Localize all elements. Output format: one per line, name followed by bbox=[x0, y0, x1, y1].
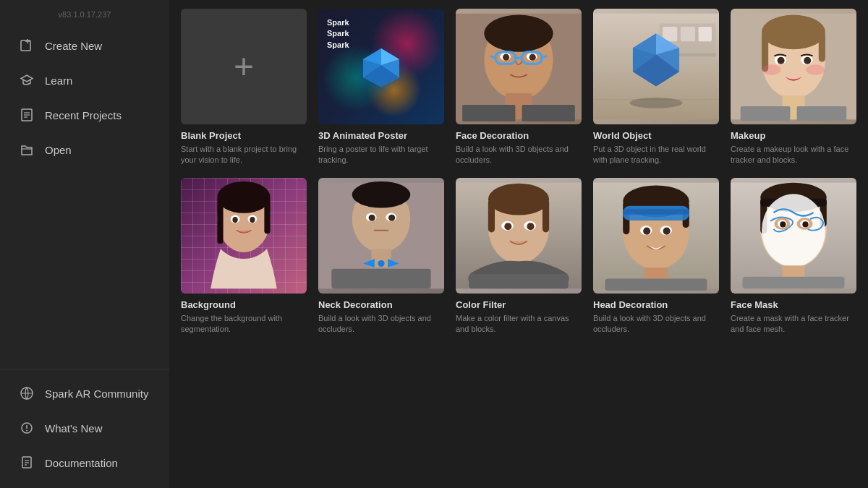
card-neck-deco-desc: Build a look with 3D objects and occlude… bbox=[318, 313, 444, 335]
neck-svg bbox=[318, 178, 444, 294]
card-neck-decoration[interactable]: Neck Decoration Build a look with 3D obj… bbox=[318, 178, 444, 335]
card-face-deco-desc: Build a look with 3D objects and occlude… bbox=[456, 144, 582, 166]
card-blank-project[interactable]: + Blank Project Start with a blank proje… bbox=[181, 9, 307, 166]
card-3d-animated-poster[interactable]: SparkSparkSpark 3D Animated Poster Bring… bbox=[318, 9, 444, 166]
sidebar: v83.1.0.17.237 Create New Learn bbox=[0, 0, 169, 488]
svg-rect-66 bbox=[217, 197, 223, 244]
sidebar-item-community[interactable]: Spark AR Community bbox=[4, 377, 165, 410]
card-world-object[interactable]: World Object Put a 3D object in the real… bbox=[593, 9, 719, 166]
card-blank-project-title: Blank Project bbox=[181, 130, 307, 141]
svg-point-81 bbox=[378, 260, 384, 267]
svg-point-85 bbox=[488, 183, 549, 215]
sidebar-item-documentation[interactable]: Documentation bbox=[4, 446, 165, 479]
sidebar-item-create-new[interactable]: Create New bbox=[4, 29, 165, 62]
svg-point-26 bbox=[503, 54, 509, 61]
svg-point-74 bbox=[352, 181, 411, 208]
card-makeup-title: Makeup bbox=[731, 130, 856, 141]
main-content: + Blank Project Start with a blank proje… bbox=[169, 0, 868, 488]
card-face-mask-image bbox=[731, 178, 856, 294]
svg-rect-63 bbox=[797, 106, 847, 121]
svg-point-103 bbox=[643, 227, 650, 234]
card-makeup[interactable]: Makeup Create a makeup look with a face … bbox=[731, 9, 856, 166]
card-color-filter-image bbox=[456, 178, 582, 294]
svg-point-58 bbox=[804, 57, 811, 64]
plus-icon: + bbox=[234, 49, 254, 84]
card-face-decoration[interactable]: Face Decoration Build a look with 3D obj… bbox=[456, 9, 582, 166]
card-background-title: Background bbox=[181, 299, 307, 310]
whats-new-label: What's New bbox=[45, 422, 103, 435]
svg-point-52 bbox=[762, 15, 825, 50]
sidebar-item-learn[interactable]: Learn bbox=[4, 64, 165, 97]
whatsnew-icon bbox=[19, 420, 35, 436]
svg-rect-86 bbox=[488, 199, 495, 232]
svg-point-27 bbox=[529, 54, 536, 61]
svg-point-91 bbox=[527, 223, 534, 230]
create-new-label: Create New bbox=[45, 40, 102, 52]
svg-point-57 bbox=[778, 57, 785, 64]
card-head-deco-desc: Build a look with 3D objects and occlude… bbox=[593, 313, 719, 335]
sidebar-nav: Create New Learn Recent Pr bbox=[0, 29, 169, 369]
svg-rect-62 bbox=[741, 106, 791, 121]
recent-projects-label: Recent Projects bbox=[45, 109, 122, 121]
card-color-filter[interactable]: Color Filter Make a color filter with a … bbox=[456, 178, 582, 335]
sidebar-item-whats-new[interactable]: What's New bbox=[4, 411, 165, 445]
background-svg bbox=[181, 178, 307, 294]
svg-point-118 bbox=[780, 221, 786, 227]
svg-rect-35 bbox=[522, 105, 575, 121]
card-neck-deco-title: Neck Decoration bbox=[318, 299, 444, 310]
sidebar-bottom-nav: Spark AR Community What's New bbox=[0, 369, 169, 488]
docs-icon bbox=[19, 455, 35, 471]
card-blank-project-image: + bbox=[181, 9, 307, 124]
face-deco-svg bbox=[456, 9, 582, 124]
learn-icon bbox=[19, 72, 35, 88]
svg-point-23 bbox=[484, 15, 553, 52]
svg-rect-34 bbox=[462, 105, 515, 121]
svg-point-59 bbox=[762, 64, 781, 75]
card-world-object-desc: Put a 3D object in the real world with p… bbox=[593, 144, 719, 166]
card-color-filter-desc: Make a color filter with a canvas and bl… bbox=[456, 313, 582, 335]
svg-point-60 bbox=[806, 64, 825, 75]
svg-point-90 bbox=[504, 223, 511, 230]
card-background-desc: Change the background with segmentation. bbox=[181, 313, 307, 335]
card-3d-poster-image: SparkSparkSpark bbox=[318, 9, 444, 124]
svg-rect-106 bbox=[605, 278, 707, 290]
svg-point-49 bbox=[629, 98, 682, 108]
card-world-object-title: World Object bbox=[593, 130, 719, 141]
card-world-object-image bbox=[593, 9, 719, 124]
sidebar-item-open[interactable]: Open bbox=[4, 133, 165, 166]
svg-point-119 bbox=[802, 221, 808, 227]
svg-rect-121 bbox=[742, 277, 844, 288]
svg-point-71 bbox=[250, 217, 255, 223]
svg-rect-100 bbox=[623, 209, 689, 214]
world-object-svg bbox=[593, 9, 719, 124]
learn-label: Learn bbox=[45, 74, 72, 87]
card-3d-poster-title: 3D Animated Poster bbox=[318, 130, 444, 141]
docs-label: Documentation bbox=[45, 457, 118, 469]
svg-point-65 bbox=[217, 181, 270, 213]
project-template-grid: + Blank Project Start with a blank proje… bbox=[181, 9, 856, 335]
svg-point-77 bbox=[369, 214, 375, 221]
svg-rect-82 bbox=[331, 269, 430, 288]
svg-rect-0 bbox=[21, 40, 30, 51]
card-face-deco-title: Face Decoration bbox=[456, 130, 582, 141]
svg-rect-93 bbox=[469, 274, 568, 288]
svg-rect-87 bbox=[542, 199, 549, 232]
card-makeup-image bbox=[731, 9, 856, 124]
open-icon bbox=[19, 142, 35, 158]
card-background[interactable]: Background Change the background with se… bbox=[181, 178, 307, 335]
card-face-deco-image bbox=[456, 9, 582, 124]
svg-rect-40 bbox=[699, 27, 712, 41]
svg-point-104 bbox=[663, 227, 671, 234]
card-head-deco-title: Head Decoration bbox=[593, 299, 719, 310]
card-face-mask[interactable]: Face Mask Create a mask with a face trac… bbox=[731, 178, 856, 335]
card-neck-image bbox=[318, 178, 444, 294]
sidebar-item-recent-projects[interactable]: Recent Projects bbox=[4, 98, 165, 132]
face-mask-svg bbox=[731, 178, 856, 294]
card-face-mask-desc: Create a mask with a face tracker and fa… bbox=[731, 313, 856, 335]
card-head-decoration[interactable]: Head Decoration Build a look with 3D obj… bbox=[593, 178, 719, 335]
create-icon bbox=[19, 38, 35, 53]
card-face-mask-title: Face Mask bbox=[731, 299, 856, 310]
diamond-gem-svg bbox=[359, 45, 403, 88]
svg-point-10 bbox=[26, 430, 27, 432]
svg-point-78 bbox=[388, 214, 395, 221]
